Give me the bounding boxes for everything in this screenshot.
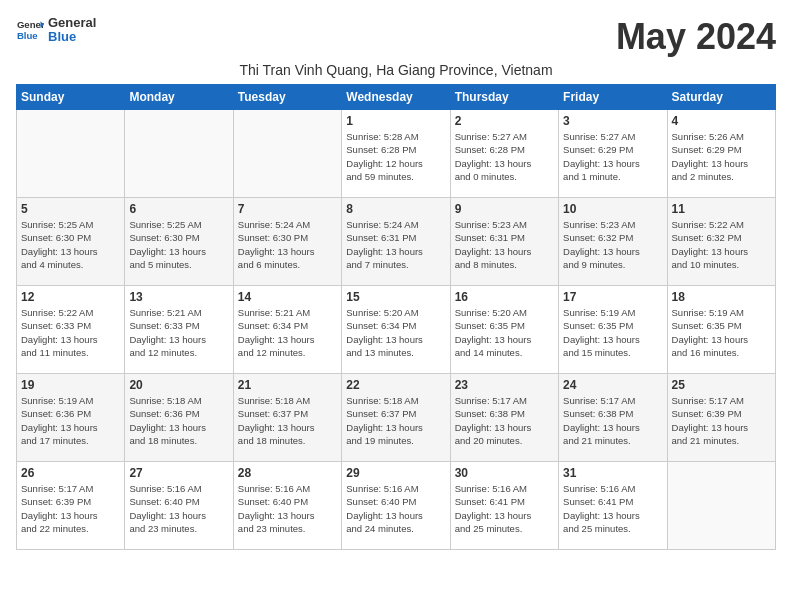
day-info: Sunrise: 5:25 AM Sunset: 6:30 PM Dayligh…	[21, 218, 120, 271]
day-number: 23	[455, 378, 554, 392]
weekday-header-row: SundayMondayTuesdayWednesdayThursdayFrid…	[17, 85, 776, 110]
day-number: 9	[455, 202, 554, 216]
day-number: 24	[563, 378, 662, 392]
day-number: 29	[346, 466, 445, 480]
calendar-cell: 16Sunrise: 5:20 AM Sunset: 6:35 PM Dayli…	[450, 286, 558, 374]
day-info: Sunrise: 5:17 AM Sunset: 6:38 PM Dayligh…	[563, 394, 662, 447]
day-info: Sunrise: 5:17 AM Sunset: 6:38 PM Dayligh…	[455, 394, 554, 447]
day-number: 20	[129, 378, 228, 392]
day-number: 14	[238, 290, 337, 304]
day-info: Sunrise: 5:17 AM Sunset: 6:39 PM Dayligh…	[21, 482, 120, 535]
day-info: Sunrise: 5:19 AM Sunset: 6:35 PM Dayligh…	[563, 306, 662, 359]
day-info: Sunrise: 5:16 AM Sunset: 6:41 PM Dayligh…	[455, 482, 554, 535]
weekday-header-sunday: Sunday	[17, 85, 125, 110]
calendar-cell: 25Sunrise: 5:17 AM Sunset: 6:39 PM Dayli…	[667, 374, 775, 462]
weekday-header-saturday: Saturday	[667, 85, 775, 110]
calendar-cell: 18Sunrise: 5:19 AM Sunset: 6:35 PM Dayli…	[667, 286, 775, 374]
calendar-cell	[233, 110, 341, 198]
day-number: 11	[672, 202, 771, 216]
day-info: Sunrise: 5:16 AM Sunset: 6:41 PM Dayligh…	[563, 482, 662, 535]
day-number: 13	[129, 290, 228, 304]
calendar-week-row: 19Sunrise: 5:19 AM Sunset: 6:36 PM Dayli…	[17, 374, 776, 462]
day-number: 6	[129, 202, 228, 216]
day-info: Sunrise: 5:18 AM Sunset: 6:37 PM Dayligh…	[238, 394, 337, 447]
calendar-week-row: 5Sunrise: 5:25 AM Sunset: 6:30 PM Daylig…	[17, 198, 776, 286]
day-info: Sunrise: 5:20 AM Sunset: 6:34 PM Dayligh…	[346, 306, 445, 359]
day-info: Sunrise: 5:22 AM Sunset: 6:32 PM Dayligh…	[672, 218, 771, 271]
calendar-cell	[17, 110, 125, 198]
day-number: 28	[238, 466, 337, 480]
day-number: 30	[455, 466, 554, 480]
day-number: 31	[563, 466, 662, 480]
calendar-week-row: 1Sunrise: 5:28 AM Sunset: 6:28 PM Daylig…	[17, 110, 776, 198]
day-number: 22	[346, 378, 445, 392]
month-title: May 2024	[616, 16, 776, 58]
day-number: 21	[238, 378, 337, 392]
calendar-cell: 4Sunrise: 5:26 AM Sunset: 6:29 PM Daylig…	[667, 110, 775, 198]
day-info: Sunrise: 5:24 AM Sunset: 6:30 PM Dayligh…	[238, 218, 337, 271]
calendar-cell: 2Sunrise: 5:27 AM Sunset: 6:28 PM Daylig…	[450, 110, 558, 198]
day-info: Sunrise: 5:21 AM Sunset: 6:33 PM Dayligh…	[129, 306, 228, 359]
calendar-cell: 14Sunrise: 5:21 AM Sunset: 6:34 PM Dayli…	[233, 286, 341, 374]
calendar-cell: 31Sunrise: 5:16 AM Sunset: 6:41 PM Dayli…	[559, 462, 667, 550]
calendar-table: SundayMondayTuesdayWednesdayThursdayFrid…	[16, 84, 776, 550]
day-number: 18	[672, 290, 771, 304]
day-info: Sunrise: 5:18 AM Sunset: 6:36 PM Dayligh…	[129, 394, 228, 447]
day-number: 19	[21, 378, 120, 392]
day-info: Sunrise: 5:16 AM Sunset: 6:40 PM Dayligh…	[129, 482, 228, 535]
calendar-cell: 17Sunrise: 5:19 AM Sunset: 6:35 PM Dayli…	[559, 286, 667, 374]
logo: General Blue General Blue	[16, 16, 96, 45]
day-number: 5	[21, 202, 120, 216]
weekday-header-tuesday: Tuesday	[233, 85, 341, 110]
weekday-header-monday: Monday	[125, 85, 233, 110]
day-number: 10	[563, 202, 662, 216]
day-number: 12	[21, 290, 120, 304]
calendar-cell: 9Sunrise: 5:23 AM Sunset: 6:31 PM Daylig…	[450, 198, 558, 286]
calendar-cell: 11Sunrise: 5:22 AM Sunset: 6:32 PM Dayli…	[667, 198, 775, 286]
calendar-cell	[667, 462, 775, 550]
subtitle: Thi Tran Vinh Quang, Ha Giang Province, …	[16, 62, 776, 78]
calendar-cell: 1Sunrise: 5:28 AM Sunset: 6:28 PM Daylig…	[342, 110, 450, 198]
calendar-cell: 29Sunrise: 5:16 AM Sunset: 6:40 PM Dayli…	[342, 462, 450, 550]
calendar-cell: 3Sunrise: 5:27 AM Sunset: 6:29 PM Daylig…	[559, 110, 667, 198]
logo-general-text: General	[48, 16, 96, 30]
day-number: 27	[129, 466, 228, 480]
calendar-cell: 23Sunrise: 5:17 AM Sunset: 6:38 PM Dayli…	[450, 374, 558, 462]
calendar-cell: 30Sunrise: 5:16 AM Sunset: 6:41 PM Dayli…	[450, 462, 558, 550]
day-info: Sunrise: 5:16 AM Sunset: 6:40 PM Dayligh…	[346, 482, 445, 535]
day-info: Sunrise: 5:26 AM Sunset: 6:29 PM Dayligh…	[672, 130, 771, 183]
weekday-header-friday: Friday	[559, 85, 667, 110]
day-number: 4	[672, 114, 771, 128]
calendar-cell: 20Sunrise: 5:18 AM Sunset: 6:36 PM Dayli…	[125, 374, 233, 462]
day-info: Sunrise: 5:27 AM Sunset: 6:29 PM Dayligh…	[563, 130, 662, 183]
calendar-cell: 24Sunrise: 5:17 AM Sunset: 6:38 PM Dayli…	[559, 374, 667, 462]
calendar-cell	[125, 110, 233, 198]
day-number: 1	[346, 114, 445, 128]
day-info: Sunrise: 5:17 AM Sunset: 6:39 PM Dayligh…	[672, 394, 771, 447]
day-number: 8	[346, 202, 445, 216]
day-number: 3	[563, 114, 662, 128]
calendar-cell: 22Sunrise: 5:18 AM Sunset: 6:37 PM Dayli…	[342, 374, 450, 462]
calendar-cell: 5Sunrise: 5:25 AM Sunset: 6:30 PM Daylig…	[17, 198, 125, 286]
day-number: 2	[455, 114, 554, 128]
day-info: Sunrise: 5:19 AM Sunset: 6:35 PM Dayligh…	[672, 306, 771, 359]
calendar-week-row: 26Sunrise: 5:17 AM Sunset: 6:39 PM Dayli…	[17, 462, 776, 550]
calendar-cell: 13Sunrise: 5:21 AM Sunset: 6:33 PM Dayli…	[125, 286, 233, 374]
day-number: 25	[672, 378, 771, 392]
calendar-cell: 7Sunrise: 5:24 AM Sunset: 6:30 PM Daylig…	[233, 198, 341, 286]
day-number: 15	[346, 290, 445, 304]
logo-blue-text: Blue	[48, 30, 96, 44]
day-info: Sunrise: 5:25 AM Sunset: 6:30 PM Dayligh…	[129, 218, 228, 271]
calendar-week-row: 12Sunrise: 5:22 AM Sunset: 6:33 PM Dayli…	[17, 286, 776, 374]
day-number: 7	[238, 202, 337, 216]
day-number: 16	[455, 290, 554, 304]
logo-icon: General Blue	[16, 16, 44, 44]
day-info: Sunrise: 5:23 AM Sunset: 6:32 PM Dayligh…	[563, 218, 662, 271]
calendar-cell: 26Sunrise: 5:17 AM Sunset: 6:39 PM Dayli…	[17, 462, 125, 550]
day-info: Sunrise: 5:24 AM Sunset: 6:31 PM Dayligh…	[346, 218, 445, 271]
day-info: Sunrise: 5:23 AM Sunset: 6:31 PM Dayligh…	[455, 218, 554, 271]
day-number: 17	[563, 290, 662, 304]
header: General Blue General Blue May 2024	[16, 16, 776, 58]
weekday-header-wednesday: Wednesday	[342, 85, 450, 110]
calendar-cell: 28Sunrise: 5:16 AM Sunset: 6:40 PM Dayli…	[233, 462, 341, 550]
